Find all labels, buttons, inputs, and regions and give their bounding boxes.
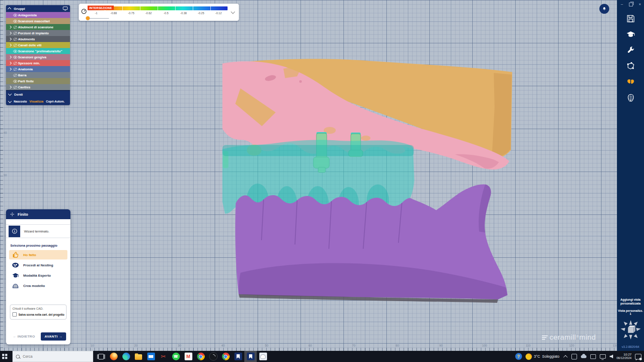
group-row[interactable]: Canali delle viti (6, 42, 70, 48)
taskbar-app-ceramill-mind[interactable] (257, 351, 269, 362)
chevron-up-icon[interactable] (563, 355, 568, 359)
mesh-tooth-tool-button[interactable] (623, 92, 638, 104)
taskbar-app-ceramill-map[interactable] (232, 351, 244, 362)
group-row[interactable]: Barra (6, 72, 70, 78)
eye-hidden-icon[interactable] (12, 62, 18, 65)
taskbar-app-task-view[interactable] (95, 351, 107, 362)
taskbar-app-file-explorer[interactable] (132, 351, 145, 362)
group-row[interactable]: Antagonista (6, 12, 70, 18)
groups-panel-header[interactable]: Gruppi (6, 5, 70, 12)
chevron-down-icon[interactable] (231, 10, 235, 14)
dental-model[interactable] (0, 0, 617, 351)
expand-chevron-icon[interactable] (8, 68, 12, 70)
eye-visible-icon[interactable] (12, 50, 18, 53)
gauge-icon[interactable] (81, 9, 87, 14)
window-app-icon[interactable] (571, 354, 577, 359)
ruler-number: 120 (565, 344, 578, 347)
ceramill-map-icon (234, 353, 242, 360)
ruler-number: 10 (86, 344, 99, 347)
taskbar-app-firefox[interactable] (107, 351, 120, 362)
expand-chevron-icon[interactable] (8, 32, 12, 34)
group-row[interactable]: Parti finite (6, 78, 70, 84)
group-row[interactable]: Scansione "prelimatura/situ" (6, 48, 70, 54)
taskbar-app-snipping[interactable] (157, 351, 170, 362)
eye-visible-icon[interactable] (12, 20, 18, 23)
next-button[interactable]: AVANTI → (41, 332, 66, 341)
collapse-chevron-icon[interactable] (8, 7, 11, 11)
group-row[interactable]: Porzioni di impianto (6, 30, 70, 36)
nascosto-tab[interactable]: Nascosto (14, 100, 27, 103)
taskbar-app-chrome[interactable] (194, 351, 207, 362)
onedrive-icon[interactable] (581, 355, 586, 358)
back-button[interactable]: ← INDIETRO (10, 334, 37, 339)
expand-chevron-icon[interactable] (8, 44, 12, 46)
group-row[interactable]: Anatomia (6, 66, 70, 72)
search-box[interactable] (12, 351, 93, 362)
clock[interactable]: 10:27 06/12/2024 (617, 353, 632, 360)
group-row[interactable]: Abutments (6, 36, 70, 42)
denti-section-header[interactable]: Denti (6, 90, 70, 98)
wizard-option[interactable]: Crea modello (9, 281, 67, 290)
eye-visible-icon[interactable] (12, 56, 18, 59)
tools-tool-button[interactable] (623, 44, 638, 56)
margin-tool-button[interactable] (623, 60, 638, 72)
expand-chevron-icon[interactable] (8, 38, 12, 40)
taskbar-app-ceramill-app[interactable] (244, 351, 257, 362)
taskbar-app-whatsapp[interactable] (170, 351, 182, 362)
view-navigation-cross-icon[interactable] (619, 318, 642, 342)
taskbar-app-edge[interactable] (120, 351, 132, 362)
training-tool-button[interactable] (623, 28, 638, 40)
save-scene-checkbox[interactable] (12, 312, 17, 317)
eye-hidden-icon[interactable] (12, 38, 18, 41)
visualizza-tab[interactable]: Visualizza (30, 100, 43, 103)
threshold-slider-knob[interactable] (86, 16, 90, 20)
add-custom-view-button[interactable]: Aggiungi vistapersonalizzata (617, 298, 644, 305)
share-screen-icon[interactable] (590, 354, 596, 359)
taskbar-app-chrome2[interactable] (219, 351, 232, 362)
expand-chevron-icon[interactable] (8, 62, 12, 64)
eye-visible-icon[interactable] (12, 80, 18, 83)
weather-widget[interactable]: 3°C Soleggiato (526, 353, 559, 360)
eye-hidden-icon[interactable] (12, 74, 18, 77)
taskbar-app-gmail[interactable] (182, 351, 194, 362)
volume-icon[interactable] (610, 355, 613, 359)
monitor-icon[interactable] (63, 6, 68, 11)
teeth-tool-button[interactable] (623, 76, 638, 88)
eye-hidden-icon[interactable] (12, 44, 18, 47)
minimize-button[interactable]: – (621, 2, 623, 6)
wizard-option[interactable]: Ho fatto (9, 250, 67, 259)
save-scene-row[interactable]: Salva scena nella cart. del progetto (12, 312, 64, 317)
eye-visible-icon[interactable] (12, 14, 18, 17)
group-row[interactable]: Spessore min. (6, 60, 70, 66)
wizard-option[interactable]: Procedi al Nesting (9, 260, 67, 270)
expand-chevron-icon[interactable] (8, 56, 12, 58)
wizard-option[interactable]: Modalità Esperto (9, 271, 67, 280)
group-row[interactable]: Scansioni gengiva (6, 54, 70, 60)
3d-viewport[interactable]: 102030405060708090100110120130 4030 cera… (0, 0, 617, 351)
action-center-icon[interactable] (635, 354, 641, 359)
eye-hidden-icon[interactable] (12, 86, 18, 89)
restore-button[interactable] (629, 3, 633, 6)
threshold-slider-track[interactable] (88, 18, 109, 19)
group-row[interactable]: Cavities (6, 84, 70, 90)
eye-hidden-icon[interactable] (12, 68, 18, 71)
network-display-icon[interactable] (600, 354, 606, 359)
search-input[interactable] (22, 354, 75, 359)
eye-hidden-icon[interactable] (12, 26, 18, 29)
help-icon[interactable] (515, 353, 522, 360)
taskbar-app-mail[interactable] (145, 351, 157, 362)
copri-autom-tab[interactable]: Copri-Autom. (46, 100, 64, 103)
start-button[interactable] (0, 351, 12, 362)
save-tool-button[interactable] (623, 12, 638, 24)
wizard-footer: ← INDIETRO AVANTI → (6, 332, 70, 341)
current-view-button[interactable]: Vista personalizz. 1 (617, 309, 644, 315)
close-button[interactable]: × (639, 2, 641, 6)
group-row[interactable]: Abutment di scansione (6, 24, 70, 30)
expand-chevron-icon[interactable] (8, 26, 12, 28)
eye-hidden-icon[interactable] (12, 32, 18, 35)
expand-chevron-icon[interactable] (8, 86, 12, 88)
group-row[interactable]: Scansioni mascellari (6, 18, 70, 24)
ruler-number: 90 (434, 344, 447, 347)
notification-bell-button[interactable] (599, 4, 609, 14)
taskbar-app-dark-app[interactable] (207, 351, 219, 362)
